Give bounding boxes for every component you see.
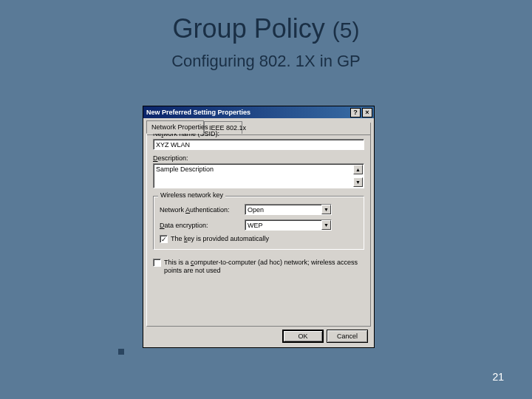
properties-dialog: New Preferred Setting Properties ? × Net… xyxy=(143,106,375,348)
help-button[interactable]: ? xyxy=(350,108,361,117)
authentication-value: Open xyxy=(248,206,264,214)
bullet-icon xyxy=(118,349,124,355)
tab-panel: Network name (SSID): Description: Sample… xyxy=(146,123,371,327)
slide-title: Group Policy (5) xyxy=(0,13,532,44)
encryption-value: WEP xyxy=(248,222,263,229)
wireless-key-group: Wireless network key Network Authenticat… xyxy=(153,196,364,250)
ok-button[interactable]: OK xyxy=(282,330,324,343)
title-number: (5) xyxy=(332,18,360,42)
title-main: Group Policy xyxy=(173,13,325,44)
chevron-down-icon[interactable]: ▼ xyxy=(321,205,331,214)
slide-subtitle: Configuring 802. 1X in GP xyxy=(0,52,532,71)
titlebar[interactable]: New Preferred Setting Properties ? × xyxy=(143,106,374,118)
scroll-up-icon[interactable]: ▲ xyxy=(353,165,363,174)
adhoc-label: This is a computer-to-computer (ad hoc) … xyxy=(164,259,364,275)
group-title: Wireless network key xyxy=(158,191,225,199)
close-button[interactable]: × xyxy=(362,108,372,117)
key-auto-label: The key is provided automatically xyxy=(171,235,269,243)
description-label: Description: xyxy=(153,154,364,162)
ssid-input[interactable] xyxy=(153,139,364,150)
tab-network-properties[interactable]: Network Properties xyxy=(146,120,204,134)
authentication-combo[interactable]: Open ▼ xyxy=(245,204,332,215)
dialog-buttons: OK Cancel xyxy=(282,330,368,343)
description-input[interactable]: Sample Description ▲ ▼ xyxy=(153,163,364,188)
scroll-down-icon[interactable]: ▼ xyxy=(353,177,363,187)
dialog-title: New Preferred Setting Properties xyxy=(145,109,349,116)
page-number: 21 xyxy=(492,371,504,383)
encryption-label: Data encryption: xyxy=(160,222,245,229)
adhoc-checkbox[interactable] xyxy=(153,259,161,267)
key-auto-checkbox[interactable]: ✓ xyxy=(160,235,168,243)
description-value: Sample Description xyxy=(156,166,214,173)
authentication-label: Network Authentication: xyxy=(160,206,245,214)
chevron-down-icon[interactable]: ▼ xyxy=(321,220,331,230)
cancel-button[interactable]: Cancel xyxy=(327,330,368,343)
encryption-combo[interactable]: WEP ▼ xyxy=(245,219,332,231)
